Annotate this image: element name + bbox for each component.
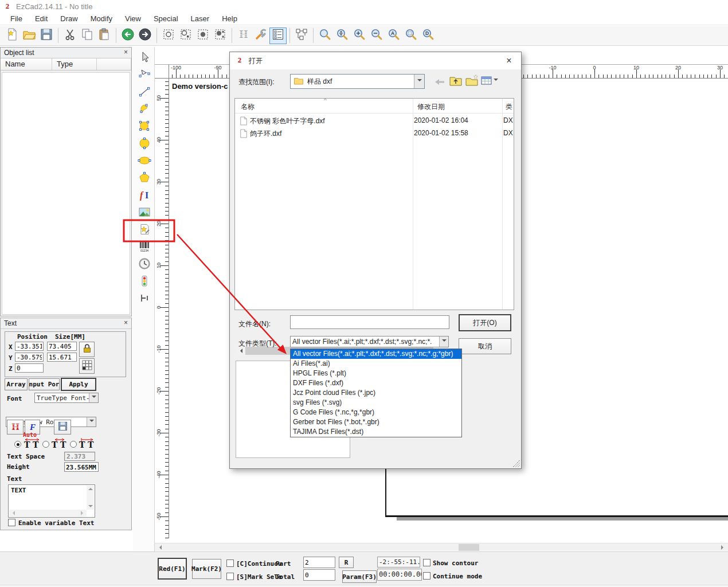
height-field[interactable]: 23.565MM bbox=[64, 462, 99, 472]
select-tool-button[interactable] bbox=[136, 50, 152, 66]
font-type-combobox[interactable]: TrueType Font-15 bbox=[34, 393, 99, 403]
dialog-title-bar[interactable]: 2 打开 bbox=[230, 52, 521, 69]
continuous-checkbox[interactable] bbox=[226, 559, 234, 567]
red-preview-button[interactable]: Red(F1) bbox=[158, 558, 187, 580]
y-position-field[interactable] bbox=[15, 353, 44, 362]
circle-tool-button[interactable] bbox=[136, 136, 152, 152]
bitmap-tool-button[interactable] bbox=[136, 205, 152, 221]
z-position-field[interactable] bbox=[15, 363, 44, 373]
anchor-grid-button[interactable] bbox=[79, 358, 95, 374]
delay-tool-button[interactable] bbox=[136, 257, 152, 272]
zoom-object-button[interactable] bbox=[402, 28, 420, 44]
scroll-down-icon[interactable] bbox=[88, 505, 93, 510]
column-header-name[interactable]: Name bbox=[1, 58, 52, 70]
sort-ascending-icon[interactable]: ^ bbox=[324, 97, 327, 104]
vector-file-tool-button[interactable] bbox=[136, 222, 152, 238]
text-panel-close-icon[interactable]: × bbox=[124, 319, 128, 327]
file-type-option[interactable]: TAJIMA Dst Files(*.dst) bbox=[291, 427, 461, 437]
y-size-field[interactable] bbox=[47, 353, 77, 362]
zoom-all-button[interactable]: A bbox=[385, 28, 402, 44]
file-type-option[interactable]: svg Files (*.svg) bbox=[291, 398, 461, 408]
chevron-down-icon[interactable] bbox=[439, 336, 448, 347]
part-count-field[interactable] bbox=[303, 557, 335, 568]
barcode-tool-button[interactable]: 01234 bbox=[136, 240, 152, 255]
file-list[interactable]: 名称 ^ 修改日期 类 不锈钢 彩色叶子字母.dxf 2020-01-02 16… bbox=[234, 98, 514, 310]
file-type-option[interactable]: HPGL Files (*.plt) bbox=[291, 369, 461, 378]
zoom-in-button[interactable] bbox=[351, 28, 368, 44]
open-button[interactable] bbox=[21, 28, 38, 44]
file-type-option[interactable]: G Code Files (*.nc,*g,*gbr) bbox=[291, 408, 461, 417]
text-horizontal-scrollbar[interactable] bbox=[9, 510, 87, 516]
file-name-input[interactable] bbox=[290, 315, 449, 329]
file-type-option[interactable]: Ai Files(*.ai) bbox=[291, 359, 461, 369]
save-text-button[interactable] bbox=[54, 420, 71, 435]
io-control-tool-button[interactable] bbox=[136, 274, 152, 289]
file-type-option[interactable]: DXF Files (*.dxf) bbox=[291, 378, 461, 388]
scroll-right-icon[interactable] bbox=[719, 543, 728, 551]
input-port-button[interactable]: nput Por bbox=[29, 378, 60, 390]
column-header-type[interactable]: Type bbox=[52, 58, 97, 70]
node-structure-button[interactable] bbox=[293, 28, 310, 44]
chevron-down-icon[interactable] bbox=[89, 393, 98, 402]
apply-button[interactable]: Apply bbox=[61, 378, 96, 391]
char-space-radio[interactable] bbox=[42, 441, 49, 448]
title-bar[interactable]: 2 EzCad2.14.11 - No title bbox=[0, 0, 728, 13]
ellipse-tool-button[interactable] bbox=[136, 154, 152, 169]
file-row[interactable]: 不锈钢 彩色叶子字母.dxf 2020-01-02 16:04 DXF bbox=[235, 115, 514, 127]
file-row[interactable]: 鸽子环.dxf 2020-01-02 15:58 DXF bbox=[235, 127, 514, 140]
enable-variable-text-checkbox[interactable] bbox=[8, 519, 15, 526]
node-edit-tool-button[interactable] bbox=[136, 68, 152, 83]
param-button[interactable]: Param(F3) bbox=[342, 570, 377, 583]
scroll-left-icon[interactable] bbox=[155, 543, 164, 551]
input-port-tool-button[interactable] bbox=[136, 291, 152, 307]
text-tool-button[interactable]: fI bbox=[136, 188, 152, 204]
undo-button[interactable] bbox=[119, 28, 136, 44]
save-button[interactable] bbox=[38, 28, 55, 44]
file-type-combobox[interactable]: All vector Files(*.ai;*.plt;*.dxf;*.dst;… bbox=[290, 336, 449, 347]
snap-object-button[interactable] bbox=[160, 28, 177, 44]
column-date[interactable]: 修改日期 bbox=[417, 102, 445, 112]
menu-item-help[interactable]: Help bbox=[216, 13, 243, 24]
new-button[interactable] bbox=[3, 28, 21, 44]
snap-grid-button[interactable] bbox=[177, 28, 194, 44]
lock-ratio-button[interactable] bbox=[79, 342, 95, 357]
curve-tool-button[interactable] bbox=[136, 102, 152, 118]
object-property-button[interactable] bbox=[269, 28, 287, 44]
show-contour-checkbox[interactable] bbox=[423, 559, 430, 566]
redo-button[interactable] bbox=[136, 28, 154, 44]
zoom-page-button[interactable]: D bbox=[420, 28, 437, 44]
scrollbar-thumb[interactable] bbox=[459, 544, 479, 551]
canvas-horizontal-scrollbar[interactable] bbox=[155, 543, 728, 551]
total-count-field[interactable] bbox=[303, 569, 335, 581]
snap-pixel-button[interactable] bbox=[212, 28, 229, 44]
object-list-close-icon[interactable]: × bbox=[124, 48, 128, 56]
mark-button[interactable]: Mark(F2) bbox=[192, 559, 221, 579]
column-name[interactable]: 名称 bbox=[241, 102, 255, 112]
array-button[interactable]: Array bbox=[5, 378, 28, 390]
rectangle-tool-button[interactable] bbox=[136, 119, 152, 135]
resize-grip[interactable] bbox=[512, 460, 520, 467]
dialog-close-button[interactable]: × bbox=[497, 52, 521, 69]
text-content-input[interactable]: TEXT bbox=[8, 484, 95, 518]
hatch-button[interactable]: H bbox=[235, 28, 252, 44]
zoom-window-button[interactable] bbox=[316, 28, 334, 44]
menu-item-laser[interactable]: Laser bbox=[185, 13, 216, 24]
menu-item-edit[interactable]: Edit bbox=[29, 13, 53, 24]
scroll-right-icon[interactable] bbox=[81, 511, 85, 515]
back-button[interactable] bbox=[433, 76, 446, 89]
menu-item-draw[interactable]: Draw bbox=[54, 13, 83, 24]
polygon-tool-button[interactable] bbox=[136, 171, 152, 186]
file-type-option[interactable]: All vector Files(*.ai;*.plt;*.dxf;*.dst;… bbox=[291, 349, 461, 359]
continue-mode-checkbox[interactable] bbox=[423, 572, 430, 580]
chevron-down-icon[interactable] bbox=[87, 417, 96, 426]
paste-button[interactable] bbox=[96, 28, 113, 44]
up-one-level-button[interactable] bbox=[449, 75, 463, 89]
open-button[interactable]: 打开(O) bbox=[459, 314, 511, 331]
cancel-button[interactable]: 取消 bbox=[459, 338, 511, 354]
hatch-text-button[interactable]: H bbox=[7, 420, 24, 435]
object-list-body[interactable] bbox=[2, 72, 130, 315]
text-vertical-scrollbar[interactable] bbox=[87, 486, 94, 510]
line-tool-button[interactable] bbox=[136, 85, 152, 100]
file-type-option[interactable]: Jcz Point cloud Files (*.jpc) bbox=[291, 388, 461, 398]
scroll-left-icon[interactable] bbox=[10, 511, 15, 515]
